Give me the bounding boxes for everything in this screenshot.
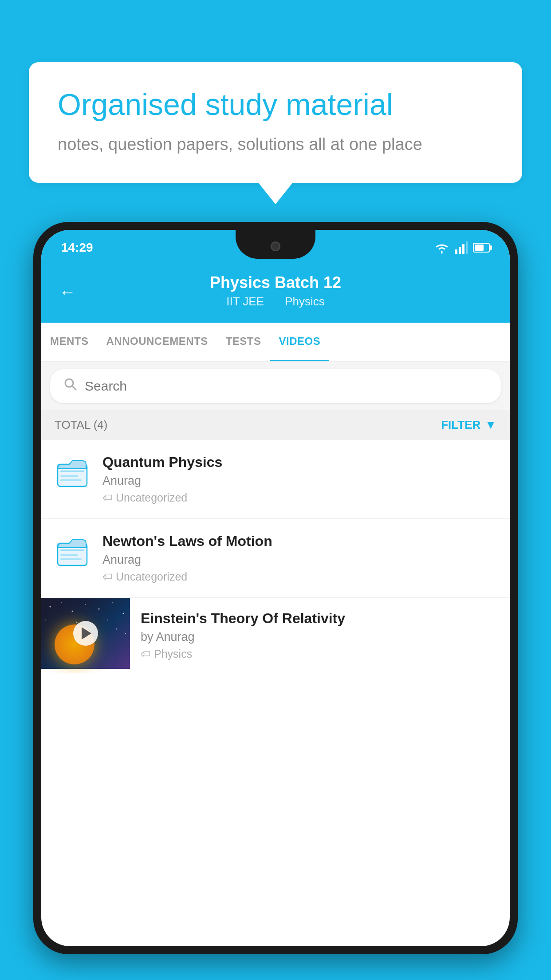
svg-point-21 <box>45 620 46 620</box>
svg-rect-8 <box>60 475 78 477</box>
search-icon <box>63 377 78 395</box>
signal-icon <box>455 241 468 254</box>
list-item[interactable]: Einstein's Theory Of Relativity by Anura… <box>41 598 510 673</box>
folder-icon <box>57 535 88 571</box>
svg-point-14 <box>50 606 51 608</box>
tag-icon: 🏷 <box>102 571 112 583</box>
back-button[interactable]: ← <box>59 282 76 301</box>
search-container <box>41 362 510 410</box>
tag-icon: 🏷 <box>102 492 112 504</box>
item-title: Einstein's Theory Of Relativity <box>141 610 499 627</box>
svg-rect-12 <box>60 554 78 556</box>
svg-line-5 <box>72 386 76 390</box>
tab-tests[interactable]: TESTS <box>217 323 270 361</box>
battery-icon <box>473 243 490 253</box>
filter-funnel-icon: ▼ <box>485 418 496 432</box>
front-camera <box>271 241 280 251</box>
svg-point-22 <box>76 622 78 623</box>
filter-button[interactable]: FILTER ▼ <box>441 418 496 432</box>
phone-frame: 14:29 <box>33 222 518 954</box>
item-author: by Anurag <box>141 630 499 644</box>
wifi-icon <box>434 241 450 254</box>
item-title: Newton's Laws of Motion <box>102 533 496 549</box>
search-bar <box>50 369 501 403</box>
svg-point-18 <box>98 609 100 610</box>
header-title: Physics Batch 12 <box>210 273 341 292</box>
app-header: ← Physics Batch 12 IIT JEE Physics <box>41 261 510 323</box>
hero-title: Organised study material <box>58 87 493 123</box>
status-icons <box>434 241 490 254</box>
svg-point-20 <box>123 613 124 614</box>
play-triangle-icon <box>82 627 91 640</box>
tag-text: Physics <box>154 648 192 660</box>
tab-videos[interactable]: VIDEOS <box>270 323 330 361</box>
svg-point-17 <box>85 604 86 605</box>
item-tag: 🏷 Uncategorized <box>102 570 496 583</box>
item-icon <box>55 533 90 573</box>
svg-point-16 <box>72 611 73 612</box>
phone-mockup: 14:29 <box>33 222 518 954</box>
video-thumbnail <box>41 598 130 669</box>
item-content: Einstein's Theory Of Relativity by Anura… <box>130 598 510 673</box>
item-author: Anurag <box>102 474 496 488</box>
svg-rect-13 <box>60 558 82 560</box>
tag-text: Uncategorized <box>116 491 187 504</box>
play-button[interactable] <box>73 621 98 646</box>
speech-bubble: Organised study material notes, question… <box>29 62 522 183</box>
status-time: 14:29 <box>61 241 93 255</box>
svg-point-24 <box>116 628 118 630</box>
svg-point-19 <box>112 602 113 603</box>
item-tag: 🏷 Uncategorized <box>102 491 496 504</box>
svg-point-23 <box>107 620 108 620</box>
header-subtitle: IIT JEE Physics <box>222 295 329 308</box>
svg-rect-0 <box>455 249 457 254</box>
tab-bar: MENTS ANNOUNCEMENTS TESTS VIDEOS <box>41 323 510 362</box>
header-subtitle-part1: IIT JEE <box>226 295 264 308</box>
tag-text: Uncategorized <box>116 570 187 583</box>
filter-bar: TOTAL (4) FILTER ▼ <box>41 410 510 440</box>
item-title: Quantum Physics <box>102 454 496 470</box>
tag-icon: 🏷 <box>141 648 150 660</box>
content-list: Quantum Physics Anurag 🏷 Uncategorized <box>41 440 510 673</box>
item-content: Newton's Laws of Motion Anurag 🏷 Uncateg… <box>102 533 496 583</box>
phone-screen: 14:29 <box>41 230 510 946</box>
svg-rect-7 <box>60 470 84 472</box>
item-author: Anurag <box>102 553 496 567</box>
folder-icon <box>57 456 88 492</box>
item-icon <box>55 454 90 494</box>
total-count: TOTAL (4) <box>55 418 107 432</box>
list-item[interactable]: Quantum Physics Anurag 🏷 Uncategorized <box>41 440 510 519</box>
tab-announcements[interactable]: ANNOUNCEMENTS <box>98 323 217 361</box>
svg-point-15 <box>61 602 62 603</box>
svg-rect-2 <box>462 244 464 254</box>
item-content: Quantum Physics Anurag 🏷 Uncategorized <box>102 454 496 504</box>
phone-notch <box>236 230 315 259</box>
filter-label: FILTER <box>441 418 480 432</box>
svg-point-25 <box>125 633 126 634</box>
svg-rect-11 <box>60 549 84 551</box>
header-subtitle-part2: Physics <box>285 295 325 308</box>
svg-rect-3 <box>466 241 468 254</box>
tab-ments[interactable]: MENTS <box>41 323 98 361</box>
svg-rect-9 <box>60 479 82 481</box>
list-item[interactable]: Newton's Laws of Motion Anurag 🏷 Uncateg… <box>41 519 510 598</box>
search-input[interactable] <box>85 379 488 394</box>
hero-section: Organised study material notes, question… <box>29 62 522 183</box>
svg-rect-1 <box>459 247 461 254</box>
item-tag: 🏷 Physics <box>141 648 499 660</box>
hero-subtitle: notes, question papers, solutions all at… <box>58 133 493 156</box>
